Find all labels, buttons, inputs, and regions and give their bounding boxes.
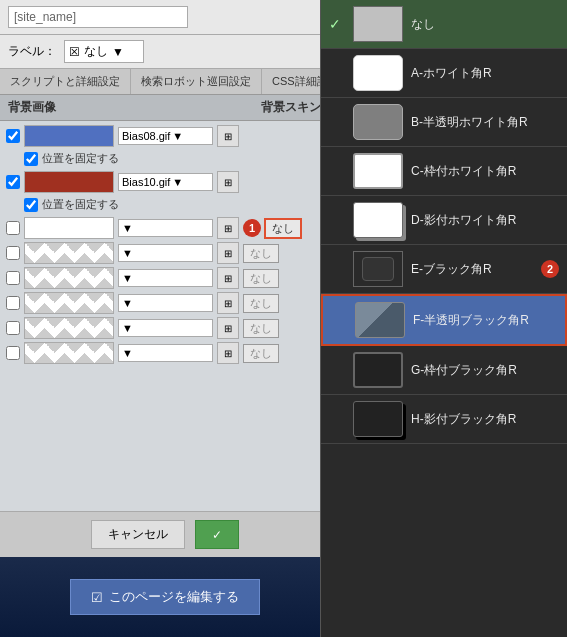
bg-checkbox-8[interactable] [6, 346, 20, 360]
bg-preview-4 [24, 242, 114, 264]
fix-pos-row-2: 位置を固定する [6, 197, 323, 212]
label-text-label: ラベル： [8, 43, 56, 60]
item-label-b: B-半透明ホワイト角R [411, 114, 559, 131]
item-label-none: なし [411, 16, 559, 33]
dropdown-item-g[interactable]: G-枠付ブラック角R [321, 346, 567, 395]
bg-checkbox-6[interactable] [6, 296, 20, 310]
item-thumbnail-e [353, 251, 403, 287]
bg-dropdown-2[interactable]: Bias10.gif ▼ [118, 173, 213, 191]
label-select-dropdown[interactable]: ☒ なし ▼ [64, 40, 144, 63]
bg-checkbox-1[interactable] [6, 129, 20, 143]
bg-grid-btn-7[interactable]: ⊞ [217, 317, 239, 339]
fix-pos-label-1: 位置を固定する [42, 151, 119, 166]
dropdown-item-c[interactable]: C-枠付ホワイト角R [321, 147, 567, 196]
bg-arrow-2: ▼ [172, 176, 183, 188]
ok-icon: ✓ [212, 528, 222, 542]
left-panel: ラベル： ☒ なし ▼ スクリプトと詳細設定 検索ロボット巡回設定 CSS詳細設… [0, 0, 330, 637]
dropdown-item-none[interactable]: ✓ なし [321, 0, 567, 49]
bg-preview-1 [24, 125, 114, 147]
label-icon: ☒ [69, 45, 80, 59]
bg-checkbox-2[interactable] [6, 175, 20, 189]
bg-dropdown-1[interactable]: Bias08.gif ▼ [118, 127, 213, 145]
dropdown-item-h[interactable]: H-影付ブラック角R [321, 395, 567, 444]
bg-rows: Bias08.gif ▼ ⊞ 位置を固定する Bias10.gif ▼ ⊞ 位置… [0, 121, 329, 368]
edit-page-icon: ☑ [91, 590, 103, 605]
bg-checkbox-3[interactable] [6, 221, 20, 235]
item-label-a: A-ホワイト角R [411, 65, 559, 82]
bg-dropdown-8[interactable]: ▼ [118, 344, 213, 362]
bg-row-8: ▼ ⊞ なし [6, 342, 323, 364]
bg-grid-btn-4[interactable]: ⊞ [217, 242, 239, 264]
skin-btn-5[interactable]: なし [243, 269, 279, 288]
skin-btn-8[interactable]: なし [243, 344, 279, 363]
item-label-h: H-影付ブラック角R [411, 411, 559, 428]
dropdown-item-d[interactable]: D-影付ホワイト角R [321, 196, 567, 245]
bg-dropdown-4[interactable]: ▼ [118, 244, 213, 262]
bg-preview-7 [24, 317, 114, 339]
bg-row-5: ▼ ⊞ なし [6, 267, 323, 289]
tab-bar: スクリプトと詳細設定 検索ロボット巡回設定 CSS詳細設定 [0, 69, 329, 95]
bg-dropdown-6[interactable]: ▼ [118, 294, 213, 312]
item-thumbnail-none [353, 6, 403, 42]
fix-pos-check-2[interactable] [24, 198, 38, 212]
skin-btn-7[interactable]: なし [243, 319, 279, 338]
dropdown-item-b[interactable]: B-半透明ホワイト角R [321, 98, 567, 147]
badge-2: 2 [541, 260, 559, 278]
fix-pos-check-1[interactable] [24, 152, 38, 166]
bg-preview-2 [24, 171, 114, 193]
section-header: 背景画像 背景スキン [0, 95, 329, 121]
fix-pos-row-1: 位置を固定する [6, 151, 323, 166]
site-name-input[interactable] [8, 6, 188, 28]
label-value: なし [84, 43, 108, 60]
label-row: ラベル： ☒ なし ▼ [0, 35, 329, 69]
top-bar [0, 0, 329, 35]
ok-button[interactable]: ✓ [195, 520, 239, 549]
bg-filename-1: Bias08.gif [122, 130, 170, 142]
skin-btn-6[interactable]: なし [243, 294, 279, 313]
bg-arrow-4: ▼ [122, 247, 133, 259]
bg-grid-btn-5[interactable]: ⊞ [217, 267, 239, 289]
tab-scripts[interactable]: スクリプトと詳細設定 [0, 69, 131, 94]
item-thumbnail-c [353, 153, 403, 189]
bg-preview-5 [24, 267, 114, 289]
item-label-f: F-半透明ブラック角R [413, 312, 557, 329]
item-thumbnail-h [353, 401, 403, 437]
edit-page-label: このページを編集する [109, 588, 239, 606]
bg-arrow-8: ▼ [122, 347, 133, 359]
fix-pos-label-2: 位置を固定する [42, 197, 119, 212]
bg-arrow-3: ▼ [122, 222, 133, 234]
edit-page-button[interactable]: ☑ このページを編集する [70, 579, 260, 615]
bg-dropdown-7[interactable]: ▼ [118, 319, 213, 337]
bg-row-4: ▼ ⊞ なし [6, 242, 323, 264]
item-thumbnail-g [353, 352, 403, 388]
bg-arrow-6: ▼ [122, 297, 133, 309]
bg-preview-3 [24, 217, 114, 239]
bg-filename-2: Bias10.gif [122, 176, 170, 188]
bg-checkbox-4[interactable] [6, 246, 20, 260]
bg-checkbox-5[interactable] [6, 271, 20, 285]
bg-grid-btn-2[interactable]: ⊞ [217, 171, 239, 193]
checkmark-icon: ✓ [329, 16, 345, 32]
dropdown-item-a[interactable]: A-ホワイト角R [321, 49, 567, 98]
bg-dropdown-5[interactable]: ▼ [118, 269, 213, 287]
tab-robot[interactable]: 検索ロボット巡回設定 [131, 69, 262, 94]
bg-dropdown-3[interactable]: ▼ [118, 219, 213, 237]
bg-grid-btn-3[interactable]: ⊞ [217, 217, 239, 239]
bg-grid-btn-1[interactable]: ⊞ [217, 125, 239, 147]
skin-section-title: 背景スキン [261, 99, 321, 116]
item-thumbnail-d [353, 202, 403, 238]
cancel-button[interactable]: キャンセル [91, 520, 185, 549]
dropdown-item-f[interactable]: F-半透明ブラック角R [321, 294, 567, 346]
dropdown-item-e[interactable]: E-ブラック角R 2 [321, 245, 567, 294]
item-label-c: C-枠付ホワイト角R [411, 163, 559, 180]
bg-row-1: Bias08.gif ▼ ⊞ [6, 125, 323, 147]
item-label-e: E-ブラック角R [411, 261, 533, 278]
bg-grid-btn-8[interactable]: ⊞ [217, 342, 239, 364]
skin-btn-3-highlighted[interactable]: なし [264, 218, 302, 239]
bg-row-7: ▼ ⊞ なし [6, 317, 323, 339]
bg-checkbox-7[interactable] [6, 321, 20, 335]
item-label-g: G-枠付ブラック角R [411, 362, 559, 379]
bg-grid-btn-6[interactable]: ⊞ [217, 292, 239, 314]
bg-arrow-7: ▼ [122, 322, 133, 334]
skin-btn-4[interactable]: なし [243, 244, 279, 263]
